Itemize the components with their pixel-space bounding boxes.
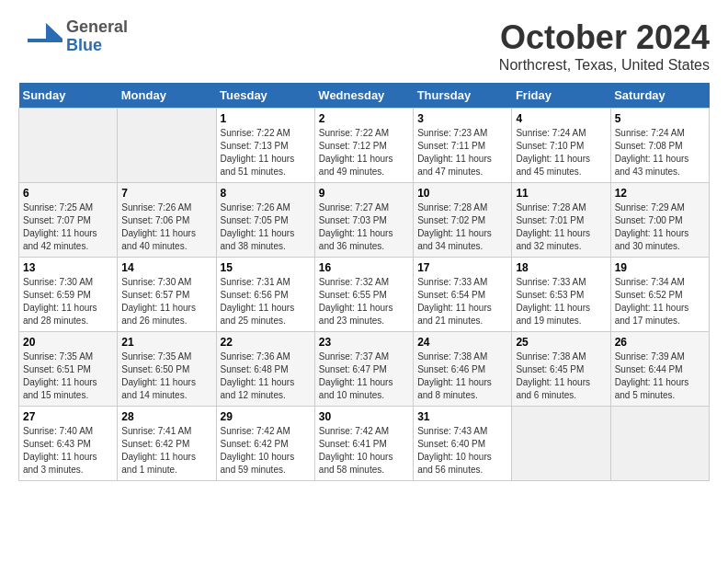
day-number: 11 xyxy=(516,187,606,200)
day-number: 1 xyxy=(221,112,311,125)
logo-icon xyxy=(18,18,64,55)
page-header: General Blue October 2024 Northcrest, Te… xyxy=(18,18,710,74)
logo-blue-text: Blue xyxy=(66,37,128,55)
day-number: 13 xyxy=(23,261,113,274)
day-info: Sunrise: 7:36 AM Sunset: 6:48 PM Dayligh… xyxy=(221,350,311,402)
title-block: October 2024 Northcrest, Texas, United S… xyxy=(499,18,710,74)
logo: General Blue xyxy=(18,18,128,55)
calendar-cell: 5Sunrise: 7:24 AM Sunset: 7:08 PM Daylig… xyxy=(610,109,709,183)
calendar-cell xyxy=(19,109,118,183)
calendar-cell: 7Sunrise: 7:26 AM Sunset: 7:06 PM Daylig… xyxy=(118,183,216,258)
day-info: Sunrise: 7:25 AM Sunset: 7:07 PM Dayligh… xyxy=(23,201,113,253)
day-header-monday: Monday xyxy=(118,83,216,109)
calendar-cell: 22Sunrise: 7:36 AM Sunset: 6:48 PM Dayli… xyxy=(216,332,314,407)
day-info: Sunrise: 7:40 AM Sunset: 6:43 PM Dayligh… xyxy=(23,425,113,477)
day-number: 31 xyxy=(417,410,507,423)
day-number: 20 xyxy=(23,336,113,349)
calendar-cell: 16Sunrise: 7:32 AM Sunset: 6:55 PM Dayli… xyxy=(314,258,413,332)
day-number: 28 xyxy=(121,410,211,423)
page-subtitle: Northcrest, Texas, United States xyxy=(499,57,710,74)
day-info: Sunrise: 7:43 AM Sunset: 6:40 PM Dayligh… xyxy=(417,425,507,477)
svg-marker-0 xyxy=(46,23,63,39)
day-number: 2 xyxy=(319,112,409,125)
day-number: 22 xyxy=(221,336,311,349)
calendar-cell: 24Sunrise: 7:38 AM Sunset: 6:46 PM Dayli… xyxy=(414,332,512,407)
day-number: 9 xyxy=(319,187,409,200)
calendar-cell: 10Sunrise: 7:28 AM Sunset: 7:02 PM Dayli… xyxy=(414,183,512,258)
day-header-tuesday: Tuesday xyxy=(216,83,314,109)
day-info: Sunrise: 7:24 AM Sunset: 7:08 PM Dayligh… xyxy=(615,127,705,178)
calendar-cell: 12Sunrise: 7:29 AM Sunset: 7:00 PM Dayli… xyxy=(610,183,709,258)
svg-rect-1 xyxy=(28,39,63,42)
day-info: Sunrise: 7:27 AM Sunset: 7:03 PM Dayligh… xyxy=(319,201,409,253)
day-number: 27 xyxy=(23,410,113,423)
day-number: 18 xyxy=(516,261,606,274)
day-info: Sunrise: 7:32 AM Sunset: 6:55 PM Dayligh… xyxy=(319,276,409,327)
day-number: 14 xyxy=(121,261,211,274)
day-info: Sunrise: 7:30 AM Sunset: 6:57 PM Dayligh… xyxy=(121,276,211,327)
calendar-body: 1Sunrise: 7:22 AM Sunset: 7:13 PM Daylig… xyxy=(19,109,710,481)
calendar-cell: 27Sunrise: 7:40 AM Sunset: 6:43 PM Dayli… xyxy=(19,407,118,481)
day-info: Sunrise: 7:34 AM Sunset: 6:52 PM Dayligh… xyxy=(615,276,705,327)
day-info: Sunrise: 7:26 AM Sunset: 7:06 PM Dayligh… xyxy=(121,201,211,253)
day-info: Sunrise: 7:28 AM Sunset: 7:02 PM Dayligh… xyxy=(417,201,507,253)
calendar-cell xyxy=(118,109,216,183)
day-number: 16 xyxy=(319,261,409,274)
week-row-3: 13Sunrise: 7:30 AM Sunset: 6:59 PM Dayli… xyxy=(19,258,710,332)
day-info: Sunrise: 7:42 AM Sunset: 6:42 PM Dayligh… xyxy=(221,425,311,477)
day-header-friday: Friday xyxy=(512,83,610,109)
day-number: 29 xyxy=(221,410,311,423)
calendar-cell: 19Sunrise: 7:34 AM Sunset: 6:52 PM Dayli… xyxy=(610,258,709,332)
calendar-cell: 13Sunrise: 7:30 AM Sunset: 6:59 PM Dayli… xyxy=(19,258,118,332)
day-info: Sunrise: 7:22 AM Sunset: 7:12 PM Dayligh… xyxy=(319,127,409,178)
calendar-cell: 3Sunrise: 7:23 AM Sunset: 7:11 PM Daylig… xyxy=(414,109,512,183)
calendar-cell: 25Sunrise: 7:38 AM Sunset: 6:45 PM Dayli… xyxy=(512,332,610,407)
day-number: 23 xyxy=(319,336,409,349)
day-header-sunday: Sunday xyxy=(19,83,118,109)
day-number: 26 xyxy=(615,336,705,349)
week-row-4: 20Sunrise: 7:35 AM Sunset: 6:51 PM Dayli… xyxy=(19,332,710,407)
day-number: 17 xyxy=(417,261,507,274)
day-number: 6 xyxy=(23,187,113,200)
day-number: 10 xyxy=(417,187,507,200)
calendar-cell: 18Sunrise: 7:33 AM Sunset: 6:53 PM Dayli… xyxy=(512,258,610,332)
calendar-cell: 17Sunrise: 7:33 AM Sunset: 6:54 PM Dayli… xyxy=(414,258,512,332)
calendar-cell: 23Sunrise: 7:37 AM Sunset: 6:47 PM Dayli… xyxy=(314,332,413,407)
calendar-cell: 1Sunrise: 7:22 AM Sunset: 7:13 PM Daylig… xyxy=(216,109,314,183)
day-info: Sunrise: 7:33 AM Sunset: 6:53 PM Dayligh… xyxy=(516,276,606,327)
day-header-wednesday: Wednesday xyxy=(314,83,413,109)
week-row-2: 6Sunrise: 7:25 AM Sunset: 7:07 PM Daylig… xyxy=(19,183,710,258)
day-number: 24 xyxy=(417,336,507,349)
day-number: 15 xyxy=(221,261,311,274)
day-info: Sunrise: 7:26 AM Sunset: 7:05 PM Dayligh… xyxy=(221,201,311,253)
calendar-cell: 14Sunrise: 7:30 AM Sunset: 6:57 PM Dayli… xyxy=(118,258,216,332)
page-title: October 2024 xyxy=(499,18,710,57)
day-info: Sunrise: 7:31 AM Sunset: 6:56 PM Dayligh… xyxy=(221,276,311,327)
day-info: Sunrise: 7:23 AM Sunset: 7:11 PM Dayligh… xyxy=(417,127,507,178)
day-info: Sunrise: 7:24 AM Sunset: 7:10 PM Dayligh… xyxy=(516,127,606,178)
day-info: Sunrise: 7:30 AM Sunset: 6:59 PM Dayligh… xyxy=(23,276,113,327)
day-number: 30 xyxy=(319,410,409,423)
calendar-cell: 4Sunrise: 7:24 AM Sunset: 7:10 PM Daylig… xyxy=(512,109,610,183)
calendar-cell: 28Sunrise: 7:41 AM Sunset: 6:42 PM Dayli… xyxy=(118,407,216,481)
day-number: 3 xyxy=(417,112,507,125)
day-number: 21 xyxy=(121,336,211,349)
day-number: 7 xyxy=(121,187,211,200)
day-info: Sunrise: 7:35 AM Sunset: 6:51 PM Dayligh… xyxy=(23,350,113,402)
day-info: Sunrise: 7:29 AM Sunset: 7:00 PM Dayligh… xyxy=(615,201,705,253)
calendar-cell: 11Sunrise: 7:28 AM Sunset: 7:01 PM Dayli… xyxy=(512,183,610,258)
week-row-1: 1Sunrise: 7:22 AM Sunset: 7:13 PM Daylig… xyxy=(19,109,710,183)
day-info: Sunrise: 7:35 AM Sunset: 6:50 PM Dayligh… xyxy=(121,350,211,402)
calendar-cell: 9Sunrise: 7:27 AM Sunset: 7:03 PM Daylig… xyxy=(314,183,413,258)
calendar-cell xyxy=(512,407,610,481)
day-number: 19 xyxy=(615,261,705,274)
logo-words: General Blue xyxy=(66,18,128,55)
day-header-saturday: Saturday xyxy=(610,83,709,109)
day-info: Sunrise: 7:39 AM Sunset: 6:44 PM Dayligh… xyxy=(615,350,705,402)
calendar-cell xyxy=(610,407,709,481)
calendar-table: SundayMondayTuesdayWednesdayThursdayFrid… xyxy=(18,83,710,481)
calendar-cell: 6Sunrise: 7:25 AM Sunset: 7:07 PM Daylig… xyxy=(19,183,118,258)
calendar-cell: 15Sunrise: 7:31 AM Sunset: 6:56 PM Dayli… xyxy=(216,258,314,332)
calendar-cell: 29Sunrise: 7:42 AM Sunset: 6:42 PM Dayli… xyxy=(216,407,314,481)
day-info: Sunrise: 7:38 AM Sunset: 6:46 PM Dayligh… xyxy=(417,350,507,402)
